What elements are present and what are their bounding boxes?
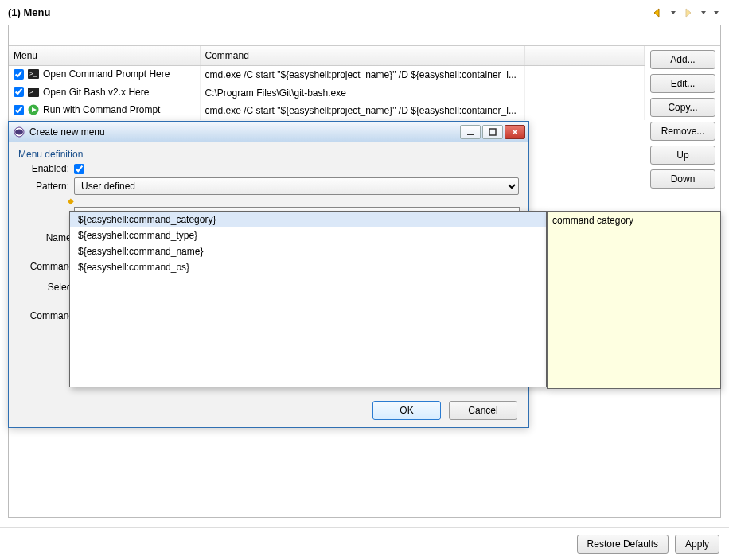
- warning-icon: ◆: [68, 196, 74, 205]
- history-nav: [651, 7, 721, 18]
- up-button[interactable]: Up: [650, 146, 715, 165]
- back-button[interactable]: [651, 7, 665, 18]
- column-header-command[interactable]: Command: [200, 46, 525, 66]
- forward-menu[interactable]: [699, 7, 708, 18]
- enabled-label: Enabled:: [18, 163, 69, 174]
- autocomplete-tooltip: command category: [547, 211, 721, 389]
- row-command: cmd.exe /C start "${easyshell:project_na…: [200, 66, 525, 84]
- select-label: Select: [18, 278, 74, 296]
- edit-button[interactable]: Edit...: [650, 74, 715, 93]
- row-checkbox[interactable]: [14, 87, 24, 97]
- row-checkbox[interactable]: [14, 69, 24, 80]
- dialog-title: Create new menu: [29, 126, 105, 138]
- svg-text:>_: >_: [29, 88, 37, 95]
- ok-button[interactable]: OK: [372, 401, 441, 420]
- autocomplete-item[interactable]: ${easyshell:command_category}: [70, 212, 546, 228]
- back-menu[interactable]: [669, 7, 678, 18]
- row-menu-label: Open Command Prompt Here: [43, 68, 170, 80]
- forward-button[interactable]: [681, 7, 696, 18]
- view-menu[interactable]: [711, 7, 721, 18]
- cancel-button[interactable]: Cancel: [449, 401, 517, 420]
- svg-point-6: [15, 129, 23, 134]
- down-button[interactable]: Down: [650, 169, 715, 189]
- terminal-icon: >_: [28, 87, 39, 98]
- name-label: Name:: [18, 229, 74, 247]
- row-checkbox[interactable]: [14, 105, 24, 115]
- pattern-select[interactable]: User defined: [74, 177, 519, 195]
- remove-button[interactable]: Remove...: [650, 122, 715, 141]
- copy-button[interactable]: Copy...: [650, 98, 715, 117]
- filter-input[interactable]: [9, 25, 720, 46]
- command2-label: Command: [18, 307, 74, 325]
- autocomplete-item[interactable]: ${easyshell:command_name}: [70, 243, 546, 259]
- table-row[interactable]: >_ Open Git Bash v2.x Here C:\Program Fi…: [9, 84, 645, 103]
- add-button[interactable]: Add...: [650, 50, 715, 69]
- maximize-button[interactable]: [482, 125, 503, 139]
- menu-table: Menu Command >_ Open Command Prompt Here…: [9, 46, 645, 120]
- run-icon: [28, 104, 39, 115]
- table-row[interactable]: >_ Open Command Prompt Here cmd.exe /C s…: [9, 66, 645, 84]
- row-command: cmd.exe /C start "${easyshell:project_na…: [200, 102, 525, 120]
- autocomplete-popup[interactable]: ${easyshell:command_category} ${easyshel…: [69, 211, 547, 387]
- minimize-button[interactable]: [460, 125, 481, 139]
- column-header-menu[interactable]: Menu: [9, 46, 200, 66]
- pattern-label: Pattern:: [18, 181, 69, 192]
- column-header-empty: [525, 46, 645, 66]
- restore-defaults-button[interactable]: Restore Defaults: [577, 535, 669, 554]
- enabled-checkbox[interactable]: [74, 164, 84, 174]
- apply-button[interactable]: Apply: [675, 535, 719, 554]
- close-button[interactable]: [505, 125, 525, 139]
- autocomplete-item[interactable]: ${easyshell:command_os}: [70, 259, 546, 275]
- row-menu-label: Run with Command Prompt: [43, 104, 160, 115]
- svg-rect-7: [467, 134, 474, 135]
- table-row[interactable]: Run with Command Prompt cmd.exe /C start…: [9, 102, 645, 120]
- autocomplete-item[interactable]: ${easyshell:command_type}: [70, 228, 546, 243]
- svg-text:>_: >_: [29, 70, 37, 77]
- svg-rect-8: [489, 129, 496, 135]
- command-label: Command: [18, 258, 74, 275]
- row-menu-label: Open Git Bash v2.x Here: [43, 87, 149, 98]
- page-title: (1) Menu: [8, 6, 50, 18]
- row-command: C:\Program Files\Git\git-bash.exe: [200, 84, 525, 103]
- terminal-icon: >_: [28, 68, 39, 80]
- eclipse-icon: [14, 126, 25, 138]
- section-title: Menu definition: [18, 149, 519, 160]
